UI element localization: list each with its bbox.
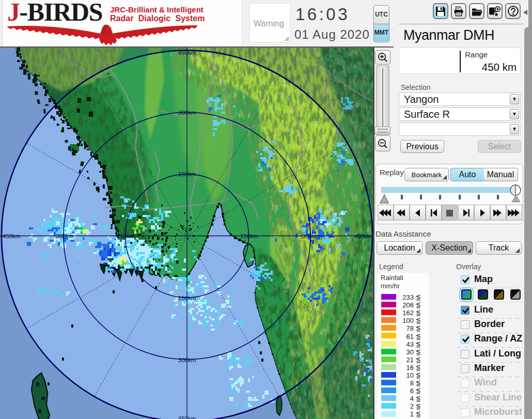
svg-text:150km: 150km bbox=[240, 233, 258, 239]
svg-text:450km: 450km bbox=[3, 233, 21, 239]
svg-text:450km: 450km bbox=[178, 415, 196, 419]
svg-text:150km: 150km bbox=[117, 233, 135, 239]
svg-text:300km: 300km bbox=[302, 233, 320, 239]
svg-text:300km: 300km bbox=[56, 233, 74, 239]
svg-text:150km: 150km bbox=[178, 171, 196, 177]
svg-text:300km: 300km bbox=[178, 110, 196, 116]
svg-text:450km: 450km bbox=[354, 233, 372, 239]
svg-text:300km: 300km bbox=[178, 357, 196, 363]
svg-text:150km: 150km bbox=[178, 295, 196, 301]
svg-text:450km: 450km bbox=[178, 50, 196, 56]
